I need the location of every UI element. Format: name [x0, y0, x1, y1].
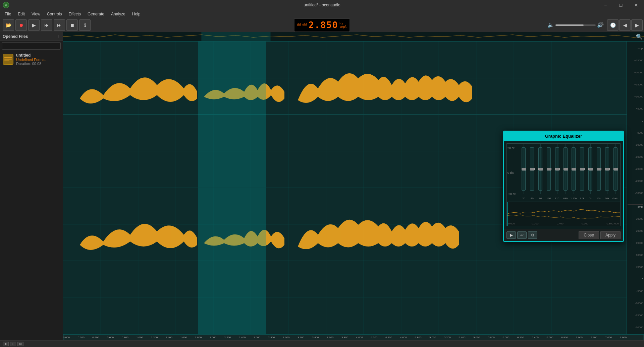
eq-slider-handle-630hz[interactable] — [564, 168, 568, 170]
eq-slider-handle-80hz[interactable] — [538, 168, 543, 170]
eq-band-160hz — [545, 144, 553, 194]
eq-slider-track-gain[interactable] — [613, 147, 618, 190]
eq-slider-track-20hz[interactable] — [522, 147, 526, 190]
eq-slider-handle-20khz[interactable] — [605, 168, 610, 170]
window-title: untitled* - ocenaudio — [304, 3, 340, 7]
eq-settings-button[interactable]: ⚙ — [528, 231, 537, 239]
time-label-17: 3.400 — [312, 336, 319, 339]
eq-slider-track-2500hz[interactable] — [580, 147, 584, 190]
eq-slider-handle-1250hz[interactable] — [572, 168, 576, 170]
eq-slider-handle-5khz[interactable] — [588, 168, 593, 170]
eq-title-bar: Graphic Equalizer — [504, 131, 623, 141]
eq-slider-track-160hz[interactable] — [547, 147, 551, 190]
eq-freq-10k: 10k — [594, 197, 603, 200]
eq-panel: Graphic Equalizer 20 dB 0 dB -20 dB — [503, 131, 624, 242]
eq-slider-track-20khz[interactable] — [605, 147, 609, 190]
eq-mini-wave-start: 0.000 — [508, 222, 515, 225]
rewind-button[interactable]: ⏮ — [41, 19, 52, 31]
time-label-36: 7.200 — [590, 336, 597, 339]
svg-rect-5 — [4, 60, 9, 61]
eq-slider-track-80hz[interactable] — [538, 147, 542, 190]
eq-slider-track-1250hz[interactable] — [572, 147, 576, 190]
minimize-button[interactable]: − — [598, 0, 613, 10]
stop-button[interactable]: ⏹ — [66, 19, 78, 31]
eq-slider-track-315hz[interactable] — [555, 147, 559, 190]
eq-slider-track-5khz[interactable] — [588, 147, 592, 190]
menu-item-file[interactable]: File — [1, 11, 14, 17]
maximize-button[interactable]: □ — [613, 0, 629, 10]
time-label-13: 2.600 — [254, 336, 260, 339]
clock-button[interactable]: 🕐 — [607, 19, 619, 31]
eq-slider-track-10khz[interactable] — [597, 147, 601, 190]
eq-mini-wave-t3: 0.600 — [582, 222, 588, 225]
eq-apply-button[interactable]: Apply — [600, 231, 621, 239]
record-button[interactable]: ⏺ — [15, 19, 27, 31]
eq-play-button[interactable]: ▶ — [506, 231, 516, 239]
view-list-button[interactable]: ≡ — [3, 342, 9, 346]
scale-label: +10000 — [628, 95, 643, 98]
menu-item-controls[interactable]: Controls — [44, 11, 65, 17]
scale-label: +10000 — [628, 254, 643, 257]
scale-label: +20000 — [628, 229, 643, 232]
eq-bands-container — [520, 144, 620, 194]
eq-slider-handle-gain[interactable] — [613, 168, 618, 170]
eq-slider-handle-315hz[interactable] — [555, 168, 560, 170]
open-folder-button[interactable]: 📂 — [3, 19, 14, 31]
time-label-14: 2.800 — [268, 336, 275, 339]
menu-item-analyze[interactable]: Analyze — [108, 11, 129, 17]
menu-item-generate[interactable]: Generate — [84, 11, 108, 17]
time-label-23: 4.600 — [400, 336, 407, 339]
arrow-left-button[interactable]: ◀ — [619, 19, 631, 31]
eq-title: Graphic Equalizer — [545, 134, 582, 139]
file-info: untitled Undefined Format Duration: 00:0… — [16, 53, 46, 66]
volume-slider[interactable] — [555, 24, 596, 26]
time-label-22: 4.400 — [385, 336, 392, 339]
app-logo: o — [3, 2, 9, 8]
search-input[interactable] — [4, 44, 59, 48]
view-grid-button[interactable]: ⊞ — [17, 342, 23, 346]
time-label-4: 0.800 — [122, 336, 128, 339]
scale-label: +5000 — [628, 107, 643, 110]
eq-band-20hz — [520, 144, 528, 194]
eq-slider-handle-10khz[interactable] — [597, 168, 601, 170]
eq-freq-630: 630 — [561, 197, 570, 200]
menu-item-help[interactable]: Help — [129, 11, 144, 17]
eq-slider-track-630hz[interactable] — [564, 147, 568, 190]
eq-band-2500hz — [578, 144, 586, 194]
scale-label: -10000 — [628, 143, 643, 146]
minimap-search-icon[interactable]: 🔍 — [636, 33, 643, 40]
eq-band-315hz — [553, 144, 561, 194]
file-icon — [3, 54, 13, 65]
menu-item-view[interactable]: View — [28, 11, 44, 17]
eq-slider-handle-40hz[interactable] — [530, 168, 535, 170]
selection-overlay-2 — [198, 188, 266, 334]
file-item[interactable]: untitled Undefined Format Duration: 00:0… — [0, 51, 63, 68]
eq-slider-handle-2500hz[interactable] — [580, 168, 585, 170]
eq-loop-button[interactable]: ↩ — [517, 231, 527, 239]
play-button[interactable]: ▶ — [28, 19, 40, 31]
info-button[interactable]: ℹ — [79, 19, 91, 31]
menu-item-effects[interactable]: Effects — [65, 11, 84, 17]
eq-freq-20k: 20k — [603, 197, 611, 200]
eq-freq-20: 20 — [520, 197, 528, 200]
eq-close-button[interactable]: Close — [579, 231, 599, 239]
view-small-button[interactable]: ⊟ — [10, 342, 16, 346]
eq-slider-handle-160hz[interactable] — [547, 168, 551, 170]
time-label-15: 3.000 — [283, 336, 289, 339]
time-label-3: 0.600 — [107, 336, 114, 339]
menu-item-edit[interactable]: Edit — [14, 11, 28, 17]
eq-slider-handle-20hz[interactable] — [522, 168, 526, 170]
forward-button[interactable]: ⏭ — [54, 19, 65, 31]
search-box[interactable] — [2, 42, 61, 50]
eq-slider-track-40hz[interactable] — [530, 147, 534, 190]
eq-content: 20 dB 0 dB -20 dB — [504, 141, 623, 229]
eq-band-5khz — [586, 144, 594, 194]
time-label-2: 0.400 — [92, 336, 99, 339]
time-label-28: 5.600 — [473, 336, 480, 339]
arrow-right-button[interactable]: ▶ — [631, 19, 643, 31]
window-controls: − □ ✕ — [598, 0, 644, 10]
minimap[interactable]: 🔍 — [63, 32, 644, 42]
scale-label: -5000 — [628, 290, 643, 293]
bottom-timeline: 0.000 0.200 0.400 0.600 0.800 1.000 1.20… — [63, 334, 644, 340]
close-button[interactable]: ✕ — [629, 0, 644, 10]
